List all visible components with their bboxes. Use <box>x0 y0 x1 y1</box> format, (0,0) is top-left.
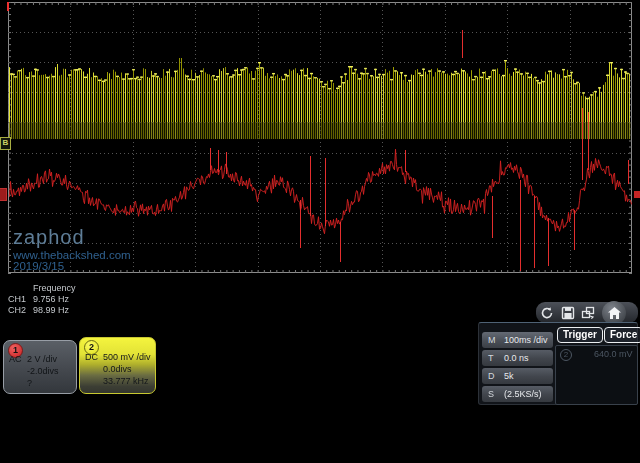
ch2-scale: 500 mV /div <box>103 352 151 362</box>
home-icon[interactable] <box>602 301 626 325</box>
delay-value: 0.0 ns <box>504 353 529 363</box>
trigger-source-icon: 2 <box>560 349 572 361</box>
timebase-row[interactable]: M 100ms /div <box>482 332 553 348</box>
ch2-position-marker[interactable] <box>0 188 7 201</box>
rate-label: S <box>488 389 494 399</box>
ch2-label: CH2 <box>8 305 26 315</box>
ch2-frequency-value: 98.99 Hz <box>33 305 69 315</box>
trigger-level-value: 640.0 mV <box>594 349 633 359</box>
frequency-header: Frequency <box>33 283 76 293</box>
ch1-label: CH1 <box>8 294 26 304</box>
trigger-delay-row[interactable]: T 0.0 ns <box>482 350 553 366</box>
save-icon[interactable] <box>559 304 576 321</box>
depth-label: D <box>488 371 495 381</box>
timebase-label: M <box>488 335 496 345</box>
ch1-coupling: AC <box>9 354 22 364</box>
channel-1-settings[interactable]: 1 AC 2 V /div -2.0divs ? <box>3 340 77 394</box>
user-label: zaphod <box>13 226 85 249</box>
rate-value: (2.5KS/s) <box>504 389 542 399</box>
timebase-value: 100ms /div <box>504 335 548 345</box>
record-depth-row[interactable]: D 5k <box>482 368 553 384</box>
delay-label: T <box>488 353 494 363</box>
channel-2-settings[interactable]: 2 DC 500 mV /div 0.0divs 33.777 kHz <box>79 337 156 394</box>
ch1-extra: ? <box>27 378 32 388</box>
trigger-b-marker[interactable]: B <box>0 137 11 150</box>
depth-value: 5k <box>504 371 514 381</box>
ch1-offset: -2.0divs <box>27 366 59 376</box>
sample-rate-row[interactable]: S (2.5KS/s) <box>482 386 553 402</box>
trigger-info-box: 2640.0 mV <box>555 345 638 405</box>
trigger-source-level: 2640.0 mV <box>560 349 633 361</box>
ch2-coupling: DC <box>85 352 98 362</box>
trigger-level-marker[interactable] <box>634 191 640 198</box>
date-label: 2019/3/15 <box>13 260 64 272</box>
refresh-icon[interactable] <box>538 304 555 321</box>
oscilloscope-screen: B zaphod www.thebackshed.com 2019/3/15 F… <box>0 0 640 463</box>
screenshot-icon[interactable] <box>580 304 597 321</box>
ch1-frequency-value: 9.756 Hz <box>33 294 69 304</box>
toolbar <box>536 302 638 323</box>
trigger-button[interactable]: Trigger <box>557 327 603 343</box>
ch2-extra: 33.777 kHz <box>103 376 149 386</box>
ch1-scale: 2 V /div <box>27 354 57 364</box>
force-button[interactable]: Force <box>604 327 640 343</box>
ch2-offset: 0.0divs <box>103 364 132 374</box>
acquisition-panel: M 100ms /div T 0.0 ns D 5k S (2.5KS/s) T… <box>478 322 638 405</box>
